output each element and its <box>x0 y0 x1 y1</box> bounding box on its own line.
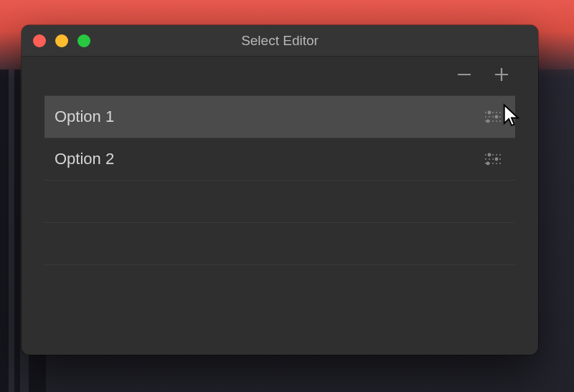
options-list: Option 1 Option 2 <box>22 95 538 265</box>
traffic-lights <box>22 34 90 47</box>
svg-point-8 <box>486 120 490 123</box>
window-title: Select Editor <box>22 33 538 49</box>
list-item[interactable]: Option 1 <box>44 95 515 138</box>
titlebar: Select Editor <box>22 25 538 57</box>
svg-point-14 <box>486 162 490 166</box>
list-item[interactable] <box>44 180 515 223</box>
close-button[interactable] <box>33 34 46 47</box>
select-editor-window: Select Editor Option 1 <box>22 25 538 355</box>
plus-icon <box>493 66 510 86</box>
add-option-button[interactable] <box>492 67 511 85</box>
list-item[interactable]: Option 2 <box>44 138 515 181</box>
sliders-icon[interactable] <box>484 110 502 124</box>
remove-option-button[interactable] <box>455 67 474 85</box>
svg-point-10 <box>488 153 491 157</box>
option-label: Option 2 <box>55 150 114 168</box>
svg-point-4 <box>488 111 491 115</box>
svg-point-12 <box>495 158 499 161</box>
sliders-icon[interactable] <box>484 152 502 166</box>
toolbar <box>22 57 538 95</box>
list-item[interactable] <box>44 222 515 265</box>
minimize-button[interactable] <box>55 34 68 47</box>
svg-point-6 <box>495 115 499 119</box>
maximize-button[interactable] <box>77 34 90 47</box>
minus-icon <box>456 66 473 86</box>
option-label: Option 1 <box>55 107 114 126</box>
